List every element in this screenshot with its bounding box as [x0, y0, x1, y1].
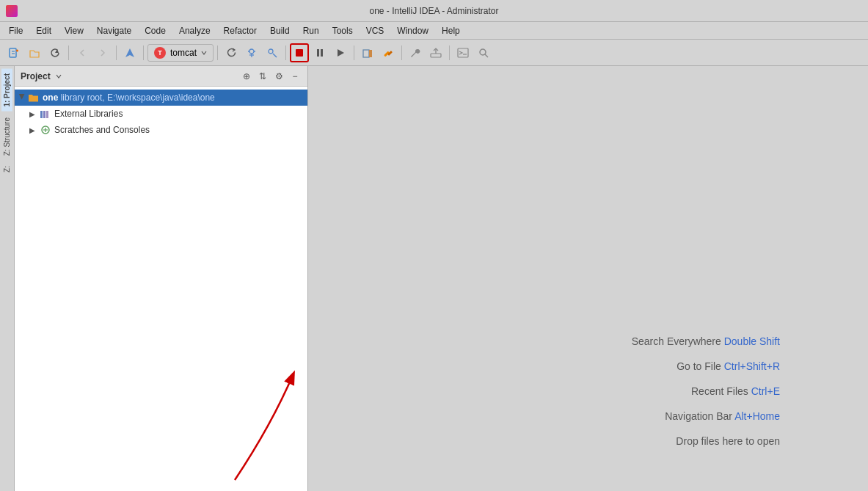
new-project-button[interactable] — [4, 43, 23, 62]
menu-analyze[interactable]: Analyze — [173, 24, 216, 37]
tree-root-item[interactable]: ▶ one library root, E:\workspace\java\id… — [15, 90, 307, 106]
svg-line-24 — [485, 54, 488, 57]
separator-4 — [217, 46, 218, 60]
svg-point-5 — [249, 49, 254, 54]
menu-vcs[interactable]: VCS — [360, 24, 390, 37]
shortcuts-panel: Search Everywhere Double Shift Go to Fil… — [308, 335, 809, 447]
deploy-button[interactable] — [426, 43, 445, 62]
menu-file[interactable]: File — [3, 24, 29, 37]
svg-marker-14 — [338, 49, 344, 57]
tree-scratches[interactable]: ▶ Scratches and Consoles — [15, 122, 307, 138]
svg-point-23 — [480, 49, 486, 55]
shortcut-drop: Drop files here to open — [676, 435, 780, 447]
separator-2 — [116, 46, 117, 60]
attach-debugger-button[interactable] — [263, 43, 282, 62]
menu-tools[interactable]: Tools — [327, 24, 359, 37]
shortcut-goto-key: Ctrl+Shift+R — [724, 360, 780, 372]
debug-button[interactable] — [242, 43, 261, 62]
panel-title: Project — [21, 71, 51, 81]
side-tab-z[interactable]: Z: — [1, 161, 12, 177]
hammer-button[interactable] — [379, 43, 398, 62]
run-config-label: tomcat — [170, 48, 197, 58]
tomcat-icon: T — [154, 47, 166, 59]
back-button[interactable] — [73, 43, 92, 62]
side-tab-structure[interactable]: Z: Structure — [1, 113, 12, 160]
svg-rect-13 — [321, 49, 323, 57]
open-project-button[interactable] — [25, 43, 44, 62]
gear-icon-btn[interactable]: ⚙ — [272, 70, 285, 83]
navigate-button[interactable] — [120, 43, 139, 62]
separator-6 — [354, 46, 354, 60]
project-panel: Project ⊕ ⇅ ⚙ − ▶ one library root, E:\w… — [15, 66, 308, 491]
panel-header-icons: ⊕ ⇅ ⚙ − — [240, 70, 302, 83]
tree-external-libraries[interactable]: ▶ External Libraries — [15, 106, 307, 122]
panel-header: Project ⊕ ⇅ ⚙ − — [15, 66, 307, 87]
menu-window[interactable]: Window — [391, 24, 434, 37]
run-config-dropdown[interactable]: T tomcat — [147, 44, 214, 62]
app-icon — [6, 5, 18, 17]
wrench-button[interactable] — [406, 43, 425, 62]
terminal-button[interactable] — [453, 43, 473, 62]
tree-arrow-root: ▶ — [18, 93, 26, 102]
shortcut-drop-label: Drop files here to open — [676, 435, 780, 447]
menu-refactor[interactable]: Refactor — [218, 24, 263, 37]
shortcut-search: Search Everywhere Double Shift — [632, 335, 780, 347]
shortcut-search-label: Search Everywhere — [632, 335, 724, 347]
tree-arrow-ext: ▶ — [29, 110, 38, 118]
svg-rect-12 — [317, 49, 319, 57]
stop-button[interactable] — [290, 43, 309, 62]
globe-icon-btn[interactable]: ⊕ — [240, 70, 253, 83]
resume-button[interactable] — [331, 43, 350, 62]
menu-edit[interactable]: Edit — [30, 24, 57, 37]
shortcut-goto: Go to File Ctrl+Shift+R — [676, 360, 780, 372]
build-button[interactable] — [358, 43, 377, 62]
svg-rect-0 — [10, 48, 16, 57]
tree-scratch-icon — [40, 124, 51, 136]
menu-view[interactable]: View — [59, 24, 90, 37]
tree-arrow-scratch: ▶ — [29, 126, 38, 134]
main-layout: 1: Project Z: Structure Z: Project ⊕ ⇅ ⚙… — [0, 66, 868, 491]
svg-point-10 — [269, 49, 273, 54]
shortcut-recent-label: Recent Files — [691, 385, 751, 397]
title-bar: one - IntelliJ IDEA - Administrator — [0, 0, 868, 22]
shortcut-nav-label: Navigation Bar — [665, 410, 734, 422]
menu-run[interactable]: Run — [297, 24, 325, 37]
pause-button[interactable] — [310, 43, 329, 62]
separator-7 — [401, 46, 402, 60]
svg-rect-27 — [46, 111, 48, 118]
side-tabs: 1: Project Z: Structure Z: — [0, 66, 15, 491]
svg-marker-16 — [369, 50, 372, 57]
svg-rect-25 — [40, 111, 43, 118]
menu-help[interactable]: Help — [436, 24, 466, 37]
toolbar: T tomcat — [0, 40, 868, 66]
forward-button[interactable] — [93, 43, 112, 62]
stop-icon — [296, 49, 303, 57]
split-icon-btn[interactable]: ⇅ — [256, 70, 269, 83]
separator-3 — [143, 46, 144, 60]
tree-ext-libraries-label: External Libraries — [54, 109, 123, 119]
menu-navigate[interactable]: Navigate — [91, 24, 137, 37]
tree-lib-icon — [40, 108, 51, 120]
side-tab-project[interactable]: 1: Project — [1, 69, 12, 112]
window-title: one - IntelliJ IDEA - Administrator — [369, 6, 498, 16]
menu-bar: File Edit View Navigate Code Analyze Ref… — [0, 22, 868, 40]
minimize-icon-btn[interactable]: − — [288, 70, 302, 83]
tree-scratches-label: Scratches and Consoles — [54, 125, 150, 135]
svg-rect-15 — [363, 50, 369, 57]
menu-code[interactable]: Code — [139, 24, 172, 37]
search-everywhere-button[interactable] — [474, 43, 493, 62]
shortcut-nav-key: Alt+Home — [734, 410, 780, 422]
sync-button[interactable] — [45, 43, 65, 62]
shortcut-recent: Recent Files Ctrl+E — [691, 385, 780, 397]
menu-build[interactable]: Build — [264, 24, 296, 37]
panel-dropdown-icon[interactable] — [55, 73, 62, 80]
tree-root-label: one library root, E:\workspace\java\idea… — [43, 92, 215, 103]
title-bar-left — [6, 5, 18, 17]
reload-button[interactable] — [222, 43, 241, 62]
svg-rect-19 — [431, 54, 441, 57]
shortcut-nav: Navigation Bar Alt+Home — [665, 410, 780, 422]
separator-8 — [449, 46, 450, 60]
tree-folder-icon — [28, 92, 40, 103]
separator-5 — [285, 46, 286, 60]
shortcut-goto-label: Go to File — [676, 360, 724, 372]
